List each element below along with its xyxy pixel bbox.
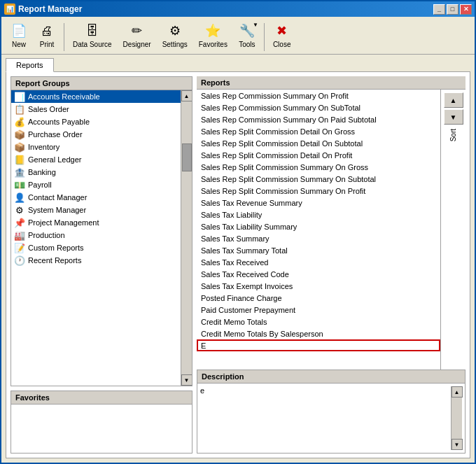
group-item-contact-manager[interactable]: 👤Contact Manager [11, 191, 181, 204]
group-label: Sales Order [28, 105, 69, 113]
group-label: Production [28, 231, 65, 239]
groups-scroll-track[interactable] [181, 101, 192, 374]
settings-icon: ⚙ [167, 22, 183, 39]
reports-list[interactable]: Sales Rep Commission Summary On ProfitSa… [197, 90, 440, 370]
report-item[interactable]: Sales Rep Split Commission Detail On Pro… [197, 149, 440, 161]
report-item[interactable]: Credit Memo Totals [197, 316, 440, 328]
groups-scrollbar[interactable]: ▲ ▼ [181, 90, 192, 386]
reports-header: Reports [197, 76, 465, 90]
group-item-system-manager[interactable]: ⚙System Manager [11, 204, 181, 216]
desc-scroll-up[interactable]: ▲ [451, 386, 463, 398]
group-label: Payroll [28, 181, 52, 189]
report-item[interactable]: Paid Customer Prepayment [197, 304, 440, 316]
main-content: Report Groups 📊Accounts Receivable📋Sales… [6, 71, 470, 458]
group-icon: 📒 [14, 154, 25, 165]
groups-list-area: 📊Accounts Receivable📋Sales Order💰Account… [11, 90, 192, 386]
tools-button[interactable]: 🔧 Tools ▼ [234, 20, 260, 51]
group-label: General Ledger [28, 155, 81, 164]
new-button[interactable]: 📄 New [6, 20, 32, 51]
report-item[interactable]: Sales Tax Received [197, 256, 440, 268]
group-item-custom-reports[interactable]: 📝Custom Reports [11, 241, 181, 254]
report-item[interactable]: Sales Tax Liability [197, 209, 440, 220]
tools-dropdown-arrow: ▼ [253, 22, 258, 28]
report-item[interactable]: Sales Tax Summary Total [197, 244, 440, 256]
group-icon: 💵 [14, 179, 25, 190]
group-label: Banking [28, 168, 56, 176]
title-controls: _ □ ✕ [433, 4, 472, 15]
group-icon: 📦 [14, 141, 25, 153]
close-toolbar-icon: ✖ [274, 22, 290, 39]
maximize-button[interactable]: □ [447, 4, 458, 15]
favorites-button[interactable]: ⭐ Favorites [194, 20, 232, 51]
group-item-accounts-payable[interactable]: 💰Accounts Payable [11, 115, 181, 128]
tab-reports[interactable]: Reports [6, 58, 54, 72]
groups-list[interactable]: 📊Accounts Receivable📋Sales Order💰Account… [11, 90, 181, 386]
designer-button[interactable]: ✏ Designer [118, 20, 156, 51]
report-item[interactable]: Sales Rep Commission Summary On SubTotal [197, 101, 440, 113]
description-text: e [200, 386, 451, 450]
description-header: Description [197, 370, 465, 384]
group-label: Accounts Payable [28, 118, 90, 126]
main-window: 📊 Report Manager _ □ ✕ 📄 New 🖨 Print 🗄 D… [0, 0, 476, 464]
sort-down-button[interactable]: ▼ [444, 109, 463, 125]
close-window-button[interactable]: ✕ [460, 4, 472, 15]
group-label: Accounts Receivable [28, 92, 100, 101]
group-item-general-ledger[interactable]: 📒General Ledger [11, 153, 181, 166]
report-item[interactable]: Credit Memo Totals By Salesperson [197, 328, 440, 339]
data-source-button[interactable]: 🗄 Data Source [68, 20, 117, 51]
description-content: e ▲ ▼ [197, 384, 465, 453]
report-item[interactable]: Sales Rep Split Commission Detail On Sub… [197, 137, 440, 149]
desc-scrollbar[interactable]: ▲ ▼ [451, 386, 462, 450]
print-icon: 🖨 [38, 22, 55, 39]
groups-scroll-up[interactable]: ▲ [181, 90, 192, 101]
group-item-purchase-order[interactable]: 📦Purchase Order [11, 128, 181, 141]
group-icon: 🕐 [14, 255, 25, 266]
report-item[interactable]: Sales Rep Split Commission Detail On Gro… [197, 125, 440, 137]
group-item-production[interactable]: 🏭Production [11, 229, 181, 241]
left-column: Report Groups 📊Accounts Receivable📋Sales… [10, 76, 192, 454]
sort-up-button[interactable]: ▲ [444, 92, 463, 108]
report-item[interactable]: Sales Tax Summary [197, 232, 440, 244]
group-item-sales-order[interactable]: 📋Sales Order [11, 103, 181, 115]
group-label: Purchase Order [28, 130, 83, 139]
report-item[interactable]: Sales Tax Received Code [197, 268, 440, 280]
report-item[interactable]: Sales Rep Commission Summary On Paid Sub… [197, 113, 440, 125]
report-item[interactable]: Sales Rep Split Commission Summary On Su… [197, 173, 440, 185]
groups-scroll-down[interactable]: ▼ [181, 374, 192, 386]
group-label: Project Management [28, 218, 99, 227]
group-label: Custom Reports [28, 244, 83, 252]
group-item-inventory[interactable]: 📦Inventory [11, 141, 181, 153]
desc-scroll-down[interactable]: ▼ [451, 439, 463, 450]
group-item-recent-reports[interactable]: 🕐Recent Reports [11, 254, 181, 267]
report-item-editing[interactable]: E [197, 339, 440, 351]
group-item-accounts-receivable[interactable]: 📊Accounts Receivable [11, 90, 181, 103]
sort-area: ▲ ▼ Sort [440, 90, 465, 370]
favorites-panel: Favorites [10, 391, 192, 454]
group-label: Inventory [28, 143, 59, 151]
minimize-button[interactable]: _ [433, 4, 445, 15]
settings-button[interactable]: ⚙ Settings [158, 20, 192, 51]
report-item[interactable]: Sales Tax Revenue Summary [197, 197, 440, 209]
window-title: Report Manager [18, 4, 82, 14]
report-item[interactable]: Sales Rep Split Commission Summary On Gr… [197, 161, 440, 173]
report-groups-panel: Report Groups 📊Accounts Receivable📋Sales… [10, 76, 192, 386]
group-label: System Manager [28, 206, 86, 214]
group-item-payroll[interactable]: 💵Payroll [11, 178, 181, 191]
close-button[interactable]: ✖ Close [268, 20, 296, 51]
report-item[interactable]: Sales Rep Split Commission Summary On Pr… [197, 185, 440, 197]
report-item[interactable]: Sales Tax Exempt Invoices [197, 280, 440, 292]
report-item[interactable]: Posted Finance Charge [197, 292, 440, 304]
print-button[interactable]: 🖨 Print [34, 20, 60, 51]
group-label: Recent Reports [28, 256, 81, 265]
report-item[interactable]: Sales Rep Commission Summary On Profit [197, 90, 440, 101]
groups-scroll-thumb[interactable] [182, 143, 192, 171]
group-icon: 📝 [14, 242, 25, 253]
desc-scroll-track[interactable] [451, 398, 462, 439]
report-item[interactable]: Sales Tax Liability Summary [197, 220, 440, 232]
group-icon: 📦 [14, 129, 25, 140]
report-groups-header: Report Groups [11, 77, 192, 90]
group-icon: 📊 [14, 91, 25, 102]
group-item-project-management[interactable]: 📌Project Management [11, 216, 181, 229]
toolbar-separator-1 [64, 23, 64, 51]
group-item-banking[interactable]: 🏦Banking [11, 166, 181, 178]
